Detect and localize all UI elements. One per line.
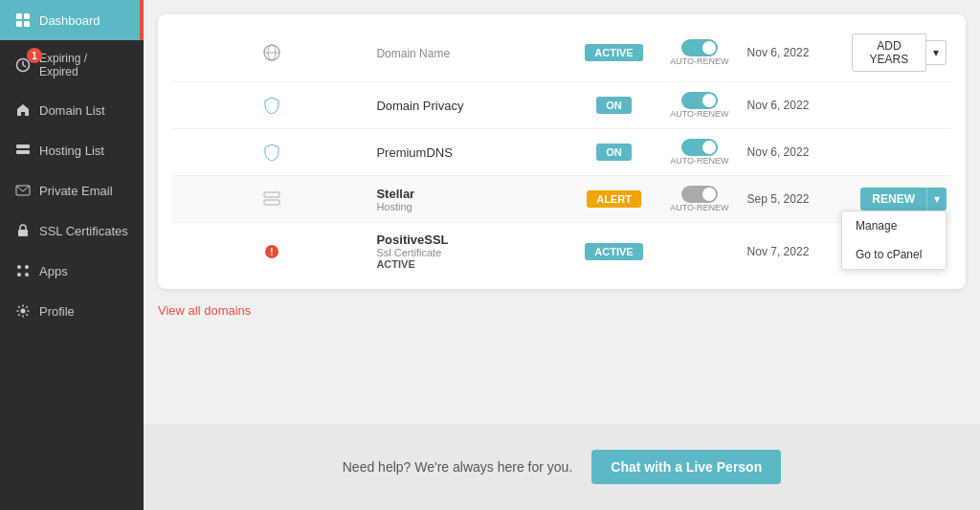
ssl-status-text: ACTIVE [376,258,566,270]
sidebar: Dashboard Expiring / Expired 1 Domain Li… [0,0,144,510]
table-row: Stellar Hosting ALERT AUTO-RENEW Sep 5, … [172,176,951,223]
toggle-switch[interactable] [681,139,718,156]
sidebar-item-private-email[interactable]: Private Email [0,170,144,211]
ssl-name-text: PositiveSSL [376,233,566,247]
footer: Need help? We're always here for you. Ch… [144,424,980,510]
svg-point-13 [17,265,21,269]
on-badge: ON [596,144,632,161]
stellar-action[interactable]: RENEW ▾ Manage Go to cPanel [852,188,947,211]
domain-date: Nov 6, 2022 [747,46,842,59]
domain-icon [177,41,367,64]
sidebar-item-label: Profile [39,304,75,319]
dns-status-badge: ON [576,144,652,161]
domains-card: Domain Name ACTIVE AUTO-RENEW Nov 6, 202… [158,14,966,289]
ssl-sub: Ssl Certificate [376,247,566,258]
sidebar-item-apps[interactable]: Apps [0,251,144,291]
table-row: ! PositiveSSL Ssl Certificate ACTIVE ACT… [172,223,951,279]
table-row: Domain Privacy ON AUTO-RENEW Nov 6, 2022 [172,82,951,129]
auto-renew-label: AUTO-RENEW [670,56,728,66]
privacy-date: Nov 6, 2022 [747,99,842,112]
ssl-name: PositiveSSL Ssl Certificate ACTIVE [376,233,566,270]
svg-point-14 [25,265,29,269]
alert-badge: ALERT [587,190,641,208]
sidebar-item-ssl[interactable]: SSL Certificates [0,211,144,251]
sidebar-item-label: Expiring / Expired [39,52,129,78]
auto-renew-label: AUTO-RENEW [670,203,728,212]
content-area: Domain Name ACTIVE AUTO-RENEW Nov 6, 202… [144,0,980,424]
svg-point-16 [25,273,29,277]
svg-rect-22 [264,200,279,205]
sidebar-item-domain-list[interactable]: Domain List [0,90,144,130]
main-content: Domain Name ACTIVE AUTO-RENEW Nov 6, 202… [144,0,980,510]
view-all-domains-link[interactable]: View all domains [158,303,251,318]
sidebar-item-expiring[interactable]: Expiring / Expired 1 [0,40,144,90]
sidebar-item-dashboard[interactable]: Dashboard [0,0,144,40]
stellar-name-text: Stellar [376,187,566,201]
sidebar-item-label: Dashboard [39,13,100,28]
sidebar-item-profile[interactable]: Profile [0,291,144,331]
toggle-switch[interactable] [681,92,718,109]
svg-text:!: ! [271,247,274,257]
sidebar-item-label: Private Email [39,184,113,198]
svg-rect-12 [18,230,28,236]
privacy-name: Domain Privacy [376,99,566,113]
domain-status-badge: ACTIVE [576,44,652,61]
ssl-row-icon: ! [177,240,367,263]
stellar-name: Stellar Hosting [376,187,566,212]
renew-button[interactable]: RENEW [860,188,926,211]
ssl-date: Nov 7, 2022 [747,245,842,258]
svg-rect-1 [24,13,30,19]
renew-dropdown-menu: Manage Go to cPanel [841,211,947,270]
expiring-badge: 1 [27,48,42,63]
renew-dropdown-button[interactable]: ▾ [926,188,947,211]
domain-toggle[interactable]: AUTO-RENEW [661,39,737,66]
on-badge: ON [596,97,632,114]
svg-rect-2 [16,21,22,27]
dns-icon [177,141,367,164]
domain-name-label: Domain Name [376,46,566,60]
sidebar-item-label: Hosting List [39,144,104,158]
stellar-toggle[interactable]: AUTO-RENEW [661,186,737,212]
table-row: PremiumDNS ON AUTO-RENEW Nov 6, 2022 [172,129,951,176]
active-badge: ACTIVE [585,243,642,260]
svg-rect-3 [24,21,30,27]
goto-cpanel-menu-item[interactable]: Go to cPanel [842,240,946,269]
domain-action[interactable]: ADD YEARS ▾ [852,33,947,72]
footer-help-text: Need help? We're always here for you. [343,459,573,475]
manage-menu-item[interactable]: Manage [842,211,946,240]
envelope-icon [14,182,32,199]
privacy-status-badge: ON [576,97,652,114]
svg-point-10 [26,151,28,153]
svg-point-9 [26,145,28,147]
toggle-switch[interactable] [681,186,718,203]
sidebar-item-label: Apps [39,264,68,278]
sidebar-item-label: Domain List [39,103,105,118]
table-row: Domain Name ACTIVE AUTO-RENEW Nov 6, 202… [172,24,951,82]
chat-live-person-button[interactable]: Chat with a Live Person [591,450,781,484]
add-years-dropdown-button[interactable]: ▾ [926,40,947,65]
sidebar-item-hosting-list[interactable]: Hosting List [0,130,144,170]
apps-icon [14,262,32,279]
svg-point-15 [17,273,21,277]
server-icon [14,142,32,159]
dns-date: Nov 6, 2022 [747,145,842,159]
svg-rect-21 [264,192,279,197]
ssl-status-badge: ACTIVE [576,243,652,260]
grid-icon [14,11,32,29]
stellar-date: Sep 5, 2022 [747,192,842,206]
add-years-button[interactable]: ADD YEARS [852,33,926,72]
svg-point-17 [21,309,26,314]
auto-renew-label: AUTO-RENEW [670,156,728,166]
home-icon [14,101,32,119]
dns-toggle[interactable]: AUTO-RENEW [661,139,737,166]
toggle-switch[interactable] [681,39,718,56]
gear-icon [14,302,32,320]
domain-sub: Domain Name [376,47,450,60]
svg-line-6 [23,65,26,67]
stellar-status-badge: ALERT [576,190,652,208]
privacy-icon [177,94,367,117]
hosting-icon [177,188,367,211]
auto-renew-label: AUTO-RENEW [670,109,728,119]
privacy-toggle[interactable]: AUTO-RENEW [661,92,737,119]
sidebar-item-label: SSL Certificates [39,224,128,238]
